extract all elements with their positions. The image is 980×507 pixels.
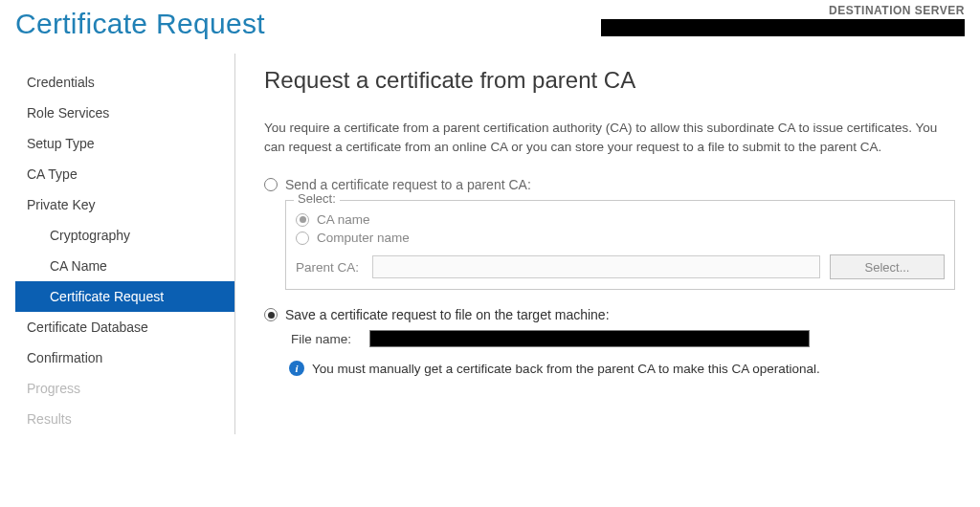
sidebar-item-certificate-request[interactable]: Certificate Request xyxy=(15,281,234,312)
sidebar-item-ca-type[interactable]: CA Type xyxy=(15,159,234,189)
file-name-input-redacted[interactable] xyxy=(369,330,810,347)
sidebar-item-role-services[interactable]: Role Services xyxy=(15,98,234,128)
radio-icon[interactable] xyxy=(264,308,278,321)
option-save-request[interactable]: Save a certificate request to file on th… xyxy=(264,307,970,322)
select-fieldset-legend: Select: xyxy=(294,191,340,206)
sidebar-item-private-key[interactable]: Private Key xyxy=(15,189,234,220)
destination-server-block: DESTINATION SERVER xyxy=(601,4,965,36)
radio-icon xyxy=(296,231,309,245)
parent-ca-row: Parent CA: Select... xyxy=(296,254,945,279)
content-pane: Request a certificate from parent CA You… xyxy=(235,54,980,434)
select-button: Select... xyxy=(830,254,945,279)
radio-icon xyxy=(296,213,309,227)
content-description: You require a certificate from a parent … xyxy=(264,119,953,156)
info-text: You must manually get a certificate back… xyxy=(312,362,820,376)
sidebar-item-certificate-database[interactable]: Certificate Database xyxy=(15,312,234,342)
option-send-request-label: Send a certificate request to a parent C… xyxy=(285,177,531,192)
destination-server-label: DESTINATION SERVER xyxy=(601,4,965,17)
sidebar-item-setup-type[interactable]: Setup Type xyxy=(15,128,234,159)
sidebar-item-cryptography[interactable]: Cryptography xyxy=(15,220,234,251)
select-fieldset: Select: CA name Computer name Parent CA:… xyxy=(285,200,955,290)
sidebar-item-progress: Progress xyxy=(15,373,234,404)
sidebar-item-ca-name[interactable]: CA Name xyxy=(15,251,234,281)
sub-option-computer-name-label: Computer name xyxy=(317,231,410,245)
parent-ca-input xyxy=(372,255,820,278)
sub-option-computer-name: Computer name xyxy=(296,231,945,245)
radio-icon[interactable] xyxy=(264,178,278,191)
sidebar-item-credentials[interactable]: Credentials xyxy=(15,67,234,98)
sidebar-item-results: Results xyxy=(15,404,234,434)
info-note: i You must manually get a certificate ba… xyxy=(289,361,970,376)
option-save-request-label: Save a certificate request to file on th… xyxy=(285,307,610,322)
file-name-label: File name: xyxy=(291,332,360,346)
content-title: Request a certificate from parent CA xyxy=(264,67,970,94)
info-icon: i xyxy=(289,361,304,376)
option-send-request[interactable]: Send a certificate request to a parent C… xyxy=(264,177,970,192)
wizard-body: Credentials Role Services Setup Type CA … xyxy=(0,54,980,434)
file-name-row: File name: xyxy=(291,330,970,347)
sub-option-ca-name-label: CA name xyxy=(317,212,370,227)
sidebar-item-confirmation[interactable]: Confirmation xyxy=(15,342,234,373)
parent-ca-label: Parent CA: xyxy=(296,260,363,275)
wizard-header: Certificate Request DESTINATION SERVER xyxy=(0,0,980,54)
destination-server-value-redacted xyxy=(601,19,965,36)
wizard-title: Certificate Request xyxy=(15,8,265,40)
wizard-sidebar: Credentials Role Services Setup Type CA … xyxy=(15,54,235,434)
sub-option-ca-name: CA name xyxy=(296,212,945,227)
